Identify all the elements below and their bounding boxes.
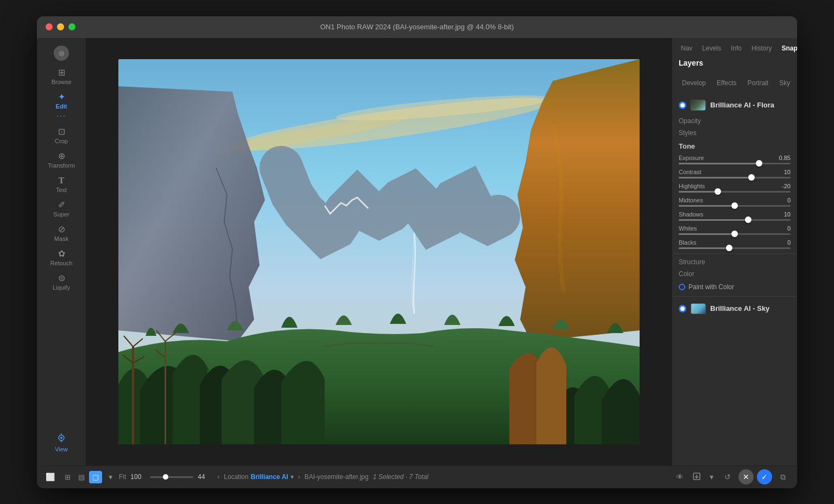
layer-enable-flora[interactable]: [679, 101, 686, 109]
nav-chevron-down-icon[interactable]: ▾: [290, 473, 294, 481]
sidebar-label-edit: Edit: [56, 103, 67, 110]
sidebar-item-liquify[interactable]: ⊜ Liquify: [40, 271, 83, 294]
nav-tab-levels[interactable]: Levels: [698, 42, 725, 54]
view-icon: [56, 433, 66, 444]
paint-with-color-row[interactable]: Paint with Color: [672, 280, 797, 294]
shadows-track[interactable]: [679, 219, 791, 221]
slider-row-contrast: Contrast 10: [672, 167, 797, 181]
mode-tab-develop[interactable]: Develop: [678, 78, 710, 88]
slider-row-midtones: Midtones 0: [672, 195, 797, 209]
shadows-thumb[interactable]: [745, 216, 751, 223]
contrast-thumb[interactable]: [748, 174, 755, 181]
layer-row-flora[interactable]: Brilliance AI - Flora: [672, 95, 797, 115]
section-structure[interactable]: Structure: [672, 256, 797, 268]
contrast-track[interactable]: [679, 177, 791, 178]
section-color[interactable]: Color: [672, 268, 797, 280]
cancel-button[interactable]: ✕: [738, 469, 754, 484]
sidebar-label-view: View: [55, 446, 68, 452]
layer-name-flora: Brilliance AI - Flora: [710, 101, 774, 109]
whites-label: Whites: [679, 225, 697, 232]
nav-tab-nav[interactable]: Nav: [677, 42, 697, 54]
highlights-thumb[interactable]: [715, 188, 721, 195]
whites-thumb[interactable]: [731, 231, 738, 237]
sidebar-item-super[interactable]: ✐ Super: [40, 197, 83, 221]
nav-right-button[interactable]: ›: [298, 473, 300, 481]
eye-button[interactable]: 👁: [674, 470, 686, 483]
sidebar-label-crop: Crop: [55, 138, 68, 144]
blacks-track[interactable]: [679, 247, 791, 249]
nav-tab-info[interactable]: Info: [726, 42, 746, 54]
photo-canvas[interactable]: [118, 59, 640, 444]
export-dropdown-button[interactable]: ▾: [707, 470, 716, 483]
exposure-value: 0.85: [774, 155, 791, 161]
single-view-button[interactable]: ▢: [89, 471, 102, 483]
sidebar-item-crop[interactable]: ⊡ Crop: [40, 124, 83, 148]
exposure-label: Exposure: [679, 155, 704, 161]
retouch-icon: ✿: [58, 250, 65, 258]
mode-tab-effects[interactable]: Effects: [712, 78, 741, 88]
mode-tab-local[interactable]: Local: [797, 78, 797, 88]
section-opacity[interactable]: Opacity: [672, 115, 797, 127]
exposure-thumb[interactable]: [756, 160, 762, 167]
filmstrip-view-button[interactable]: ▤: [75, 471, 88, 483]
nav-tab-snapshots[interactable]: Snapshots: [777, 42, 797, 54]
location-name[interactable]: Brilliance AI: [251, 473, 288, 481]
window-controls: [46, 23, 75, 30]
maximize-window-button[interactable]: [68, 23, 75, 30]
section-styles[interactable]: Styles: [672, 127, 797, 139]
sidebar-item-avatar[interactable]: ◎: [40, 42, 83, 64]
sidebar-item-retouch[interactable]: ✿ Retouch: [40, 246, 83, 270]
nav-left-button[interactable]: ‹: [217, 473, 219, 481]
midtones-thumb[interactable]: [731, 202, 738, 209]
bottom-toolbar: ⬜ ⊞ ▤ ▢ ▾ Fit 100 44 ‹ Location Brillian…: [37, 465, 797, 488]
sidebar-item-edit[interactable]: ✦ Edit ···: [40, 90, 83, 123]
frame-toggle-button[interactable]: ⬜: [43, 470, 57, 483]
nav-tabs: Nav Levels Info History Snapshots: [672, 38, 797, 54]
zoom-thumb[interactable]: [163, 474, 168, 480]
close-window-button[interactable]: [46, 23, 53, 30]
export-button[interactable]: [690, 470, 703, 484]
mode-tab-sky[interactable]: Sky: [775, 78, 794, 88]
slider-row-blacks: Blacks 0: [672, 237, 797, 251]
layer-thumb-flora: [691, 100, 706, 111]
zoom-slider[interactable]: [150, 476, 193, 478]
contrast-label: Contrast: [679, 169, 702, 175]
sidebar-label-text: Text: [56, 187, 67, 193]
sidebar-item-browse[interactable]: ⊞ Browse: [40, 65, 83, 88]
layer-row-sky[interactable]: Brilliance AI - Sky: [672, 299, 797, 318]
svg-point-1: [60, 437, 62, 439]
super-icon: ✐: [58, 201, 65, 209]
sidebar-item-mask[interactable]: ⊘ Mask: [40, 222, 83, 245]
layer-thumb-sky: [691, 303, 706, 314]
slider-row-highlights: Highlights -20: [672, 181, 797, 195]
sidebar-item-text[interactable]: T Text: [40, 173, 83, 196]
slider-row-whites: Whites 0: [672, 223, 797, 237]
exposure-track[interactable]: [679, 163, 791, 164]
slider-row-shadows: Shadows 10: [672, 209, 797, 223]
undo-button[interactable]: ↺: [720, 469, 735, 484]
view-dropdown-button[interactable]: ▾: [106, 470, 115, 483]
blacks-label: Blacks: [679, 239, 696, 246]
nav-tab-history[interactable]: History: [747, 42, 776, 54]
highlights-track[interactable]: [679, 191, 791, 193]
contrast-value: 10: [774, 169, 791, 175]
blacks-thumb[interactable]: [726, 245, 732, 251]
crop-icon: ⊡: [58, 127, 65, 136]
midtones-track[interactable]: [679, 205, 791, 207]
export-icon: [692, 472, 701, 481]
midtones-label: Midtones: [679, 197, 703, 203]
minimize-window-button[interactable]: [57, 23, 64, 30]
main-content: ◎ ⊞ Browse ✦ Edit ··· ⊡ Crop ⊕ Transform…: [37, 38, 797, 465]
confirm-button[interactable]: ✓: [757, 469, 772, 484]
fit-label: Fit: [119, 473, 126, 481]
sidebar-item-view[interactable]: View: [40, 430, 83, 456]
layer-enable-sky[interactable]: [679, 305, 686, 312]
grid-view-button[interactable]: ⊞: [61, 471, 74, 483]
section-tone[interactable]: Tone: [672, 139, 797, 152]
user-icon: ◎: [54, 46, 69, 61]
mode-tab-portrait[interactable]: Portrait: [743, 78, 773, 88]
compare-button[interactable]: ⧉: [775, 469, 791, 484]
panel-scroll[interactable]: Brilliance AI - Flora Opacity Styles Ton…: [672, 95, 797, 465]
sidebar-item-transform[interactable]: ⊕ Transform: [40, 149, 83, 172]
whites-track[interactable]: [679, 233, 791, 235]
